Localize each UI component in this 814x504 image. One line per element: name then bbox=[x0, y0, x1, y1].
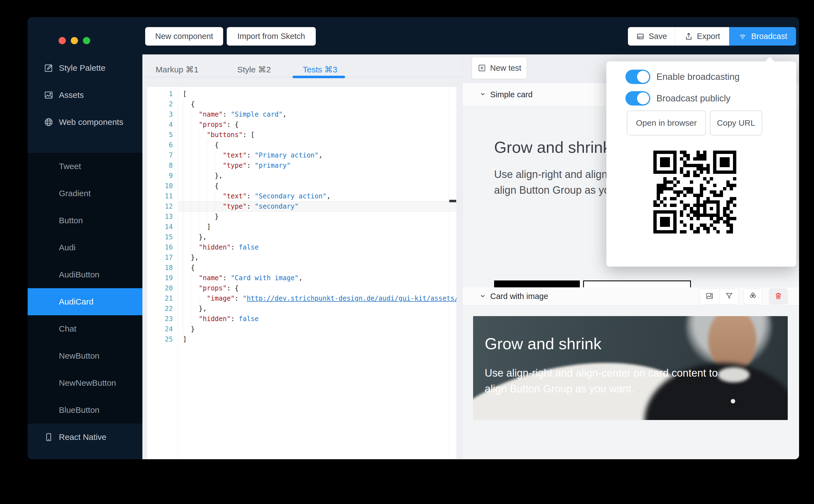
sidebar-item-label: Assets bbox=[59, 90, 84, 100]
sidebar-item-assets[interactable]: Assets bbox=[28, 82, 142, 109]
sidebar-item-tweet[interactable]: Tweet bbox=[28, 153, 142, 180]
sidebar: Style Palette Assets Web bbox=[28, 54, 142, 459]
code-line[interactable]: "type": "primary" bbox=[178, 161, 457, 171]
code-line[interactable]: { bbox=[178, 181, 457, 191]
section-title: Card with image bbox=[490, 292, 548, 301]
copy-url-button[interactable]: Copy URL bbox=[710, 111, 762, 135]
window-close-button[interactable] bbox=[59, 37, 66, 44]
code-area[interactable]: [ { "name": "Simple card", "props": { "b… bbox=[178, 87, 457, 459]
active-tab-underline bbox=[292, 76, 345, 78]
save-button[interactable]: Save bbox=[628, 27, 675, 46]
code-line[interactable]: "type": "secondary" bbox=[178, 201, 457, 212]
code-line[interactable]: "hidden": false bbox=[178, 242, 457, 253]
tab-markup-label: Markup ⌘1 bbox=[156, 65, 198, 74]
code-line[interactable]: }, bbox=[178, 171, 457, 181]
image-tool-button[interactable] bbox=[700, 289, 719, 304]
sidebar-item-style-palette[interactable]: Style Palette bbox=[28, 54, 142, 82]
tab-tests[interactable]: Tests ⌘3 bbox=[303, 61, 337, 78]
code-line[interactable]: }, bbox=[178, 304, 457, 314]
editor-scrollbar-marker[interactable] bbox=[449, 200, 456, 202]
sidebar-item-bluebutton[interactable]: BlueButton bbox=[28, 397, 142, 424]
sidebar-item-newnewbutton[interactable]: NewNewButton bbox=[28, 369, 142, 397]
code-line[interactable]: }, bbox=[178, 232, 457, 242]
code-line[interactable]: { bbox=[178, 99, 457, 109]
trash-icon bbox=[774, 292, 782, 301]
sidebar-item-audi[interactable]: Audi bbox=[28, 234, 142, 261]
code-line[interactable]: } bbox=[178, 212, 457, 222]
edit-icon bbox=[44, 63, 54, 73]
sidebar-item-chat[interactable]: Chat bbox=[28, 315, 142, 342]
tab-tests-label: Tests ⌘3 bbox=[303, 65, 337, 74]
card-photo: Grow and shrink Use align-right and alig… bbox=[473, 316, 788, 420]
editor-scrollbar-track bbox=[449, 87, 449, 459]
tab-markup[interactable]: Markup ⌘1 bbox=[156, 61, 198, 78]
sidebar-item-email-templates[interactable]: Email templates bbox=[28, 451, 142, 459]
globe-icon bbox=[44, 117, 54, 127]
filter-tool-button[interactable] bbox=[719, 289, 739, 304]
enable-broadcasting-toggle[interactable] bbox=[626, 70, 650, 84]
code-line[interactable]: "props": { bbox=[178, 120, 457, 130]
image-icon bbox=[705, 292, 714, 301]
code-line[interactable]: }, bbox=[178, 253, 457, 263]
new-component-button[interactable]: New component bbox=[145, 27, 223, 46]
sidebar-item-gradient[interactable]: Gradient bbox=[28, 180, 142, 207]
tab-style[interactable]: Style ⌘2 bbox=[237, 61, 271, 78]
new-test-button[interactable]: New test bbox=[472, 57, 527, 79]
code-line[interactable]: } bbox=[178, 324, 457, 334]
new-component-label: New component bbox=[155, 32, 213, 41]
editor-pane: Markup ⌘1 Style ⌘2 Tests ⌘3 123456789101… bbox=[142, 54, 470, 459]
photo-shirt-collar bbox=[718, 367, 750, 382]
code-line[interactable]: ] bbox=[178, 334, 457, 345]
broadcast-publicly-toggle[interactable] bbox=[626, 91, 650, 106]
code-line[interactable]: "image": "http://dev.strichpunkt-design.… bbox=[178, 293, 457, 304]
code-line[interactable]: ] bbox=[178, 222, 457, 232]
chevron-down-icon bbox=[479, 292, 487, 301]
line-number: 1 bbox=[147, 89, 178, 99]
delete-test-button[interactable] bbox=[769, 288, 788, 305]
save-icon bbox=[636, 32, 645, 41]
code-line[interactable]: [ bbox=[178, 89, 457, 99]
line-number: 7 bbox=[147, 150, 178, 161]
code-line[interactable]: { bbox=[178, 140, 457, 150]
photo-button bbox=[731, 399, 735, 403]
qr-code bbox=[653, 151, 736, 233]
line-number: 18 bbox=[147, 263, 178, 273]
window-minimize-button[interactable] bbox=[71, 37, 78, 44]
line-number: 4 bbox=[147, 120, 178, 130]
code-line[interactable]: "props": { bbox=[178, 283, 457, 293]
sidebar-item-audibutton[interactable]: AudiButton bbox=[28, 261, 142, 288]
code-line[interactable]: "buttons": [ bbox=[178, 130, 457, 140]
code-line[interactable]: "name": "Simple card", bbox=[178, 109, 457, 120]
code-line[interactable]: { bbox=[178, 263, 457, 273]
editor-tabbar: Markup ⌘1 Style ⌘2 Tests ⌘3 bbox=[142, 54, 470, 86]
broadcast-publicly-row: Broadcast publicly bbox=[626, 91, 731, 106]
window-zoom-button[interactable] bbox=[83, 37, 90, 44]
open-in-browser-button[interactable]: Open in browser bbox=[627, 111, 706, 135]
desktop-background: New component Import from Sketch Save bbox=[0, 0, 814, 504]
sidebar-item-web-components[interactable]: Web components bbox=[28, 109, 142, 136]
card-tools-group bbox=[699, 288, 739, 305]
line-number: 23 bbox=[147, 314, 178, 324]
sidebar-item-newbutton[interactable]: NewButton bbox=[28, 342, 142, 369]
sidebar-item-audicard[interactable]: AudiCard bbox=[28, 288, 142, 315]
import-from-sketch-label: Import from Sketch bbox=[237, 32, 305, 41]
code-line[interactable]: "hidden": false bbox=[178, 314, 457, 324]
code-line[interactable]: "text": "Secondary action", bbox=[178, 191, 457, 201]
filter-icon bbox=[725, 292, 733, 301]
export-button[interactable]: Export bbox=[675, 27, 729, 46]
code-line[interactable]: "name": "Card with image", bbox=[178, 273, 457, 283]
broadcast-button[interactable]: Broadcast bbox=[729, 27, 796, 46]
code-editor[interactable]: 1234567891011121314151617181920212223242… bbox=[147, 86, 457, 459]
components-tool-button[interactable] bbox=[744, 288, 762, 305]
line-number: 24 bbox=[147, 324, 178, 334]
sidebar-item-button[interactable]: Button bbox=[28, 207, 142, 234]
preview-card-heading: Grow and shrink bbox=[494, 138, 611, 156]
code-line[interactable]: "text": "Primary action", bbox=[178, 150, 457, 161]
section-title: Simple card bbox=[490, 90, 533, 99]
line-number: 16 bbox=[147, 242, 178, 253]
toggle-knob bbox=[637, 92, 649, 104]
sidebar-item-react-native[interactable]: React Native bbox=[28, 424, 142, 451]
import-from-sketch-button[interactable]: Import from Sketch bbox=[227, 27, 316, 46]
section-header-card-with-image[interactable]: Card with image bbox=[463, 287, 799, 306]
line-number-gutter: 1234567891011121314151617181920212223242… bbox=[147, 87, 178, 459]
